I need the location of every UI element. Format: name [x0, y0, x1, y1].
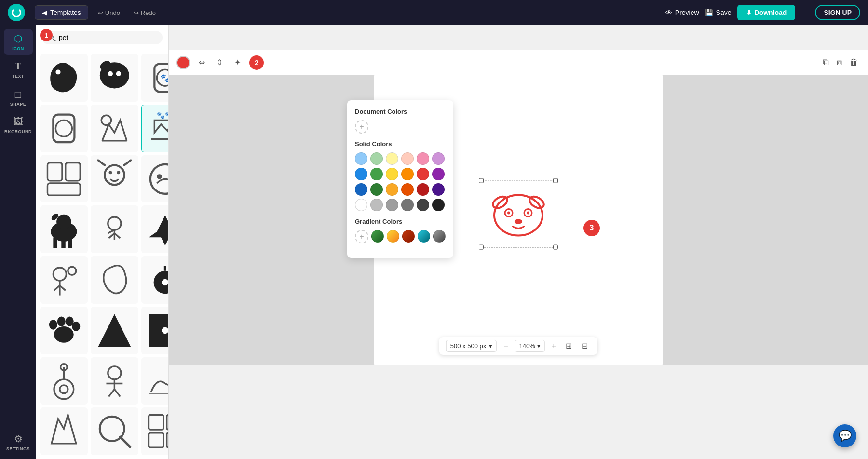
color-swatch[interactable] [355, 199, 367, 211]
grid-button[interactable]: ⊞ [563, 340, 575, 351]
list-item[interactable] [91, 357, 138, 405]
selection-handle-tl[interactable] [479, 178, 484, 183]
list-item[interactable] [40, 54, 88, 102]
list-item[interactable] [40, 105, 88, 152]
list-item[interactable] [40, 407, 88, 455]
list-item[interactable] [40, 307, 88, 354]
list-item[interactable] [91, 407, 138, 455]
signup-button[interactable]: SIGN UP [815, 5, 860, 20]
list-item[interactable] [91, 155, 138, 203]
color-picker-dropdown: Document Colors + Solid Colors [347, 100, 453, 258]
flip-v-button[interactable]: ⇕ [214, 56, 226, 69]
color-swatch[interactable] [432, 183, 445, 196]
trash-icon: 🗑 [850, 57, 858, 67]
color-swatch[interactable] [401, 168, 414, 180]
add-document-color-button[interactable]: + [355, 120, 368, 134]
main-layout: ⬡ ICON T TEXT ◻ SHAPE 🖼 BKGROUND ⚙ SETTI… [0, 25, 868, 459]
selection-handle-br[interactable] [553, 245, 558, 250]
flip-h-button[interactable]: ⇔ [196, 56, 208, 69]
color-swatch[interactable] [386, 199, 398, 211]
templates-button[interactable]: ◀ Templates [35, 5, 88, 20]
gradient-swatch[interactable] [371, 230, 384, 243]
zoom-out-button[interactable]: − [501, 341, 511, 351]
color-swatch[interactable] [401, 183, 414, 196]
list-item[interactable] [91, 54, 138, 102]
sidebar-item-icon[interactable]: ⬡ ICON [4, 29, 33, 55]
color-swatch[interactable] [432, 168, 445, 180]
color-swatch[interactable] [370, 199, 383, 211]
icon-tool-icon: ⬡ [14, 33, 22, 44]
redo-button[interactable]: ↪ Redo [130, 7, 160, 18]
color-swatch[interactable] [355, 168, 367, 180]
list-item[interactable] [141, 155, 169, 203]
canvas-area[interactable]: 3 500 x 500 px ▾ − 140% ▾ + ⊞ ⊟ [169, 75, 868, 364]
list-item[interactable] [141, 205, 169, 253]
text-tool-label: TEXT [12, 74, 24, 79]
color-swatch[interactable] [401, 152, 414, 165]
color-swatch[interactable] [417, 152, 429, 165]
color-swatch[interactable] [370, 168, 383, 180]
sidebar-item-background[interactable]: 🖼 BKGROUND [4, 112, 33, 138]
delete-button[interactable]: 🗑 [848, 55, 860, 69]
add-gradient-color-button[interactable]: + [355, 230, 368, 243]
size-display[interactable]: 500 x 500 px ▾ [446, 340, 497, 352]
color-swatch[interactable] [432, 199, 445, 211]
color-swatch[interactable] [386, 152, 398, 165]
color-swatch[interactable] [370, 183, 383, 196]
list-item[interactable] [40, 256, 88, 304]
color-swatch[interactable] [417, 183, 429, 196]
color-swatch[interactable] [417, 168, 429, 180]
color-swatch[interactable] [386, 183, 398, 196]
list-item[interactable] [91, 307, 138, 354]
list-item[interactable] [91, 205, 138, 253]
list-item[interactable] [91, 256, 138, 304]
sparkle-button[interactable]: ✦ [231, 56, 244, 69]
sidebar-item-text[interactable]: T TEXT [4, 57, 33, 82]
color-swatch-selected[interactable] [176, 56, 190, 69]
signup-label: SIGN UP [824, 9, 852, 16]
list-item[interactable] [91, 105, 138, 152]
zoom-display[interactable]: 140% ▾ [515, 340, 545, 352]
color-swatch[interactable] [355, 152, 367, 165]
selection-handle-bl[interactable] [479, 245, 484, 250]
color-swatch[interactable] [355, 183, 367, 196]
gradient-swatch[interactable] [402, 230, 415, 243]
save-button[interactable]: 💾 Save [705, 9, 732, 16]
gradient-swatch[interactable] [433, 230, 446, 243]
color-swatch[interactable] [417, 199, 429, 211]
list-item[interactable] [141, 407, 169, 455]
canvas-icon[interactable] [485, 184, 552, 244]
download-button[interactable]: ⬇ Download [737, 5, 796, 20]
layers-button[interactable]: ⧉ [821, 55, 831, 69]
color-swatch[interactable] [401, 199, 414, 211]
copy-button[interactable]: ⧈ [835, 55, 844, 69]
search-input[interactable] [59, 34, 157, 41]
gradient-swatch[interactable] [387, 230, 399, 243]
selection-handle-tr[interactable] [553, 178, 558, 183]
undo-button[interactable]: ↩ Undo [94, 7, 124, 18]
sidebar-item-settings[interactable]: ⚙ SETTINGS [4, 429, 33, 455]
list-item[interactable]: 🐾🐾 [141, 105, 169, 152]
gradient-swatch[interactable] [418, 230, 430, 243]
list-item[interactable] [141, 307, 169, 354]
list-item[interactable]: 🐾 [141, 54, 169, 102]
undo-icon: ↩ [98, 9, 103, 16]
svg-point-4 [116, 71, 121, 76]
svg-point-0 [55, 69, 60, 74]
svg-point-49 [60, 385, 68, 393]
color-swatch[interactable] [370, 152, 383, 165]
list-item[interactable] [40, 155, 88, 203]
color-swatch[interactable] [386, 168, 398, 180]
list-item[interactable] [141, 256, 169, 304]
color-swatch[interactable] [432, 152, 445, 165]
align-button[interactable]: ⊟ [579, 340, 591, 351]
list-item[interactable] [141, 357, 169, 405]
svg-line-32 [108, 230, 115, 233]
svg-point-23 [56, 215, 71, 230]
sidebar-item-shape[interactable]: ◻ SHAPE [4, 84, 33, 110]
list-item[interactable] [40, 357, 88, 405]
preview-button[interactable]: 👁 Preview [665, 9, 699, 16]
zoom-in-button[interactable]: + [549, 341, 559, 351]
list-item[interactable] [40, 205, 88, 253]
chat-fab-button[interactable]: 💬 [833, 424, 856, 447]
